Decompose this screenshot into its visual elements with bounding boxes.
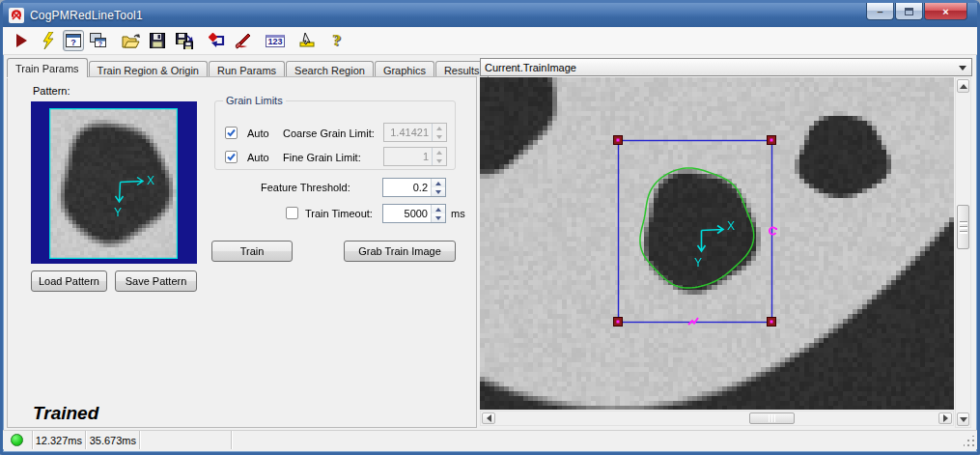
reset-tool-icon[interactable] [207, 30, 228, 51]
titlebar: CogPMRedLineTool1 – × [3, 3, 977, 27]
grain-limits-group: Grain Limits Auto Coarse Grain Limit: 1.… [214, 100, 456, 170]
feature-threshold-spinner[interactable]: 0.2 [382, 178, 446, 197]
horizontal-scrollbar[interactable] [480, 411, 954, 426]
image-source-value: Current.TrainImage [485, 62, 576, 73]
maximize-button[interactable] [895, 3, 923, 20]
svg-text:?: ? [70, 38, 76, 47]
fine-up-button [433, 148, 446, 156]
resize-grip[interactable] [964, 436, 975, 447]
tab-run-params[interactable]: Run Params [209, 61, 285, 77]
maximize-icon [905, 8, 913, 15]
save-file-as-icon[interactable] [174, 30, 195, 51]
fine-grain-limit-spinner: 1 [383, 147, 447, 166]
load-pattern-button[interactable]: Load Pattern [31, 270, 107, 292]
train-image-display[interactable] [480, 77, 954, 410]
pattern-origin-overlay [49, 108, 178, 259]
train-timeout-down-button[interactable] [432, 213, 445, 222]
toolbar: ? ? 123 ? [3, 27, 977, 55]
save-file-icon[interactable] [147, 30, 168, 51]
auto-coarse-checkbox[interactable] [225, 127, 238, 139]
run-time-value: 12.327ms [36, 435, 82, 446]
coarse-grain-limit-value: 1.41421 [384, 124, 432, 141]
svg-text:?: ? [98, 41, 101, 47]
cognex-logo-icon [9, 8, 24, 23]
run-tool-icon[interactable] [11, 30, 32, 51]
pattern-display [31, 101, 197, 264]
status-ok-indicator [11, 434, 23, 446]
auto-fine-checkbox[interactable] [225, 151, 238, 163]
auto-coarse-label: Auto [247, 128, 269, 139]
tab-search-region[interactable]: Search Region [286, 61, 374, 77]
train-timeout-unit: ms [451, 208, 465, 219]
coarse-grain-limit-label: Coarse Grain Limit: [283, 128, 375, 139]
coarse-grain-limit-spinner: 1.41421 [383, 123, 447, 142]
feature-threshold-up-button[interactable] [432, 179, 445, 187]
feature-threshold-label: Feature Threshold: [261, 182, 350, 193]
window-title: CogPMRedLineTool1 [30, 9, 143, 22]
help-glyph: ? [333, 31, 342, 50]
electric-run-icon[interactable] [38, 30, 59, 51]
train-timeout-checkbox[interactable] [286, 207, 298, 219]
pointer-measure-icon[interactable] [297, 30, 319, 51]
image-view-panel: Current.TrainImage [480, 58, 972, 428]
total-time-value: 35.673ms [90, 435, 136, 446]
coarse-down-button [433, 132, 446, 141]
auto-fine-label: Auto [247, 152, 269, 163]
edit-graphics-icon[interactable] [232, 30, 253, 51]
tab-train-params[interactable]: Train Params [7, 58, 88, 77]
feature-threshold-value[interactable]: 0.2 [383, 179, 431, 196]
scroll-down-button[interactable] [957, 412, 969, 426]
close-button[interactable]: × [924, 3, 967, 20]
scroll-up-button[interactable] [957, 79, 969, 93]
train-timeout-spinner[interactable]: 5000 [382, 204, 446, 223]
train-timeout-value[interactable]: 5000 [383, 205, 431, 222]
statusbar: 12.327ms 35.673ms [3, 430, 977, 449]
train-timeout-label: Train Timeout: [305, 208, 373, 219]
train-region-overlay[interactable] [480, 77, 954, 410]
grab-train-image-button[interactable]: Grab Train Image [344, 241, 456, 262]
open-file-icon[interactable] [120, 30, 141, 51]
fine-grain-limit-value: 1 [384, 148, 432, 165]
tab-graphics[interactable]: Graphics [375, 61, 434, 77]
save-pattern-button[interactable]: Save Pattern [115, 270, 197, 292]
tab-train-region-origin[interactable]: Train Region & Origin [89, 61, 208, 77]
scroll-left-button[interactable] [482, 412, 495, 424]
train-timeout-up-button[interactable] [432, 205, 445, 213]
coarse-up-button [433, 124, 446, 132]
show-tool-editor-icon[interactable]: ? [63, 30, 84, 51]
fine-down-button [433, 156, 446, 165]
train-button[interactable]: Train [211, 241, 293, 262]
vertical-scroll-thumb[interactable] [957, 205, 969, 249]
image-source-dropdown[interactable]: Current.TrainImage [480, 58, 972, 76]
help-icon[interactable]: ? [326, 30, 348, 51]
train-params-page: Pattern: Load Pattern Save Pattern Grain… [7, 76, 477, 428]
pattern-label: Pattern: [33, 85, 70, 97]
grain-limits-title: Grain Limits [223, 95, 286, 106]
float-tool-editor-icon[interactable]: ? [87, 30, 108, 51]
fine-grain-limit-label: Fine Grain Limit: [283, 152, 361, 163]
chevron-down-icon [959, 66, 966, 71]
feature-threshold-down-button[interactable] [432, 187, 445, 196]
horizontal-scroll-thumb[interactable] [749, 412, 795, 424]
train-status-text: Trained [33, 403, 98, 424]
tabstrip: Train Params Train Region & Origin Run P… [7, 58, 490, 77]
scroll-right-button[interactable] [938, 412, 952, 424]
numeric-results-glyph: 123 [266, 35, 284, 47]
minimize-button[interactable]: – [866, 3, 894, 20]
vertical-scrollbar[interactable] [955, 77, 971, 428]
numeric-results-icon[interactable]: 123 [265, 30, 286, 51]
app-window: CogPMRedLineTool1 – × ? ? [0, 0, 980, 455]
